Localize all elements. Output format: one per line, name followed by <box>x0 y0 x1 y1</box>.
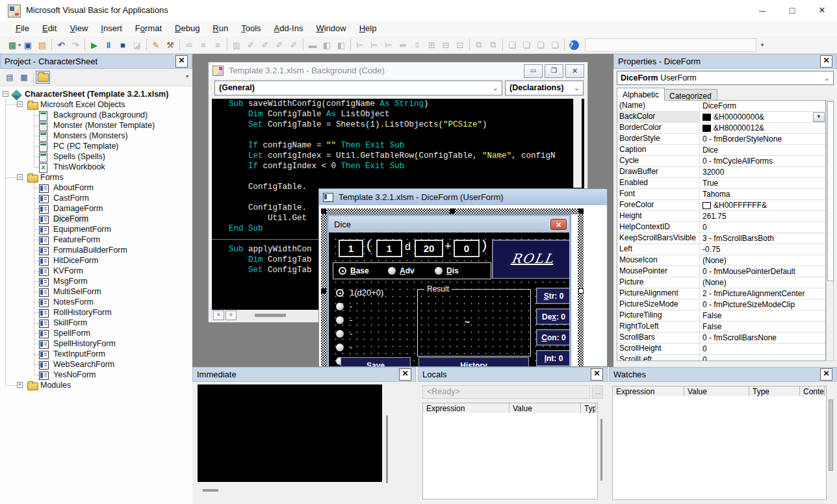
column-header-expression[interactable]: Expression <box>613 386 684 397</box>
collapse-icon[interactable]: − <box>17 174 23 180</box>
view-object-button[interactable] <box>17 71 31 84</box>
toggle-folders-button[interactable] <box>36 71 50 84</box>
tab-alphabetic[interactable]: Alphabetic <box>617 88 665 101</box>
toggle-bookmark-button[interactable] <box>272 38 287 52</box>
object-dropdown[interactable]: (General) ⌄ <box>214 81 502 95</box>
property-row-mouseicon[interactable]: MouseIcon(None) <box>617 255 825 266</box>
tree-item-castform[interactable]: CastForm <box>0 193 192 203</box>
uncomment-block-button[interactable] <box>258 38 272 52</box>
locals-vertical-scrollbar[interactable] <box>600 419 602 481</box>
stat-button-con[interactable]: Con: 0 <box>536 329 569 346</box>
property-row-left[interactable]: Left-0.75 <box>617 244 825 255</box>
tree-item-rollhistoryform[interactable]: RollHistoryForm <box>0 307 192 318</box>
property-row-scrollheight[interactable]: ScrollHeight0 <box>617 344 825 355</box>
stat-button-str[interactable]: Str: 0 <box>536 288 569 304</box>
dice-mod-input[interactable]: 0 <box>454 240 480 257</box>
tree-item-monsters-monsters[interactable]: Monsters (Monsters) <box>0 131 192 141</box>
properties-close-icon[interactable] <box>820 55 832 68</box>
tree-item-diceform[interactable]: DiceForm <box>0 214 192 224</box>
immediate-input-area[interactable] <box>198 384 382 482</box>
code-vertical-scrollbar[interactable] <box>573 99 582 188</box>
tree-item-formulabuilderform[interactable]: FormulaBuilderForm <box>0 245 192 255</box>
dropdown-arrow-icon[interactable] <box>813 112 825 122</box>
collapse-icon[interactable]: − <box>17 101 23 107</box>
procedure-dropdown[interactable]: (Declarations) ⌄ <box>505 81 584 95</box>
tree-item-forms[interactable]: −Forms <box>0 172 192 183</box>
code-minimize-button[interactable] <box>524 64 543 78</box>
undo-button[interactable] <box>54 38 68 52</box>
properties-scrollbar[interactable] <box>826 100 834 361</box>
save-button-form[interactable]: Save <box>341 357 411 367</box>
run-button[interactable] <box>87 38 101 52</box>
roll-button[interactable]: ROLL <box>492 240 569 279</box>
indent-button[interactable] <box>196 38 211 52</box>
property-row-caption[interactable]: CaptionDice <box>617 145 825 156</box>
toolbox-button[interactable] <box>163 38 177 52</box>
property-row-borderstyle[interactable]: BorderStyle0 - fmBorderStyleNone <box>617 134 825 145</box>
same-size-button[interactable] <box>424 38 439 52</box>
scrollbar-thumb[interactable] <box>827 101 834 281</box>
full-module-view-button[interactable] <box>225 310 237 320</box>
dice-sides-input[interactable]: 20 <box>415 240 443 257</box>
resize-handle-top-left[interactable] <box>321 208 326 214</box>
tree-item-hitdiceform[interactable]: HitDiceForm <box>0 255 192 266</box>
locals-more-button[interactable]: ... <box>592 385 603 399</box>
property-row-cycle[interactable]: Cycle0 - fmCycleAllForms <box>617 156 825 167</box>
save-button[interactable] <box>21 38 35 52</box>
collapse-icon[interactable]: − <box>3 91 8 97</box>
stat-button-int[interactable]: Int: 0 <box>536 350 569 366</box>
immediate-vertical-scrollbar[interactable] <box>386 416 388 483</box>
tree-item-multiselform[interactable]: MultiSelForm <box>0 286 192 297</box>
code-horizontal-scrollbar[interactable] <box>255 314 286 317</box>
property-row-scrollbars[interactable]: ScrollBars0 - fmScrollBarsNone <box>617 333 825 344</box>
complete-word-button[interactable] <box>182 38 196 52</box>
property-row-drawbuffer[interactable]: DrawBuffer32000 <box>617 167 825 178</box>
tree-item-damageform[interactable]: DamageForm <box>0 203 192 214</box>
designer-titlebar[interactable]: Template 3.2.1.xlsm - DiceForm (UserForm… <box>319 189 607 205</box>
send-backward-button[interactable] <box>519 38 534 52</box>
breakpoint-button[interactable] <box>305 38 320 52</box>
tree-item-equipmentform[interactable]: EquipmentForm <box>0 224 192 234</box>
locals-close-icon[interactable] <box>591 368 603 381</box>
column-header-context[interactable]: Context <box>800 386 825 397</box>
break-button[interactable] <box>101 38 116 52</box>
menu-edit[interactable]: Edit <box>36 21 63 36</box>
export-button[interactable] <box>35 38 49 52</box>
property-row-font[interactable]: FontTahoma <box>617 189 825 200</box>
send-to-back-button[interactable] <box>548 38 562 52</box>
mode-radio-adv[interactable]: Adv <box>388 266 415 275</box>
property-row-picturetiling[interactable]: PictureTilingFalse <box>617 310 825 321</box>
align-lefts-button[interactable] <box>353 38 367 52</box>
close-button[interactable] <box>807 0 837 21</box>
menu-format[interactable]: Format <box>129 21 168 36</box>
immediate-horizontal-scrollbar[interactable] <box>203 489 218 492</box>
column-header-value[interactable]: Value <box>684 386 749 397</box>
resize-handle-left-middle[interactable] <box>321 288 326 294</box>
history-button-form[interactable]: History <box>419 357 529 367</box>
form-layout-button[interactable] <box>149 38 163 52</box>
preset-radio-1[interactable]: 1(d20+0) <box>336 288 383 297</box>
bring-to-front-button[interactable] <box>534 38 548 52</box>
object-selector-dropdown[interactable]: DiceForm UserForm ⌄ <box>617 71 834 85</box>
preset-radio-5[interactable]: - <box>336 342 352 352</box>
center-vertical-button[interactable] <box>453 38 467 52</box>
watches-table-body[interactable] <box>612 396 827 500</box>
view-code-button[interactable] <box>3 71 17 84</box>
tree-item-charactersheet-template-3-2-1-xlsm[interactable]: −CharacterSheet (Template 3.2.1.xlsm) <box>0 89 192 99</box>
clipboard-button[interactable] <box>229 38 244 52</box>
column-header-type[interactable]: Type <box>581 403 596 414</box>
redo-button[interactable] <box>68 38 83 52</box>
resize-handle-top-right[interactable] <box>578 208 584 214</box>
code-pane-button[interactable] <box>334 38 348 52</box>
stat-button-dex[interactable]: Dex: 0 <box>536 309 569 325</box>
view-host-button[interactable] <box>5 38 19 52</box>
outdent-button[interactable] <box>211 38 225 52</box>
property-row-enabled[interactable]: EnabledTrue <box>617 178 825 189</box>
immediate-close-icon[interactable] <box>399 368 411 381</box>
property-row-picture[interactable]: Picture(None) <box>617 277 825 288</box>
property-row-righttoleft[interactable]: RightToLeftFalse <box>617 321 825 333</box>
align-rights-button[interactable] <box>381 38 396 52</box>
align-centers-button[interactable] <box>367 38 381 52</box>
dice-form-close-icon[interactable] <box>550 219 567 230</box>
procedure-view-button[interactable] <box>213 310 224 320</box>
